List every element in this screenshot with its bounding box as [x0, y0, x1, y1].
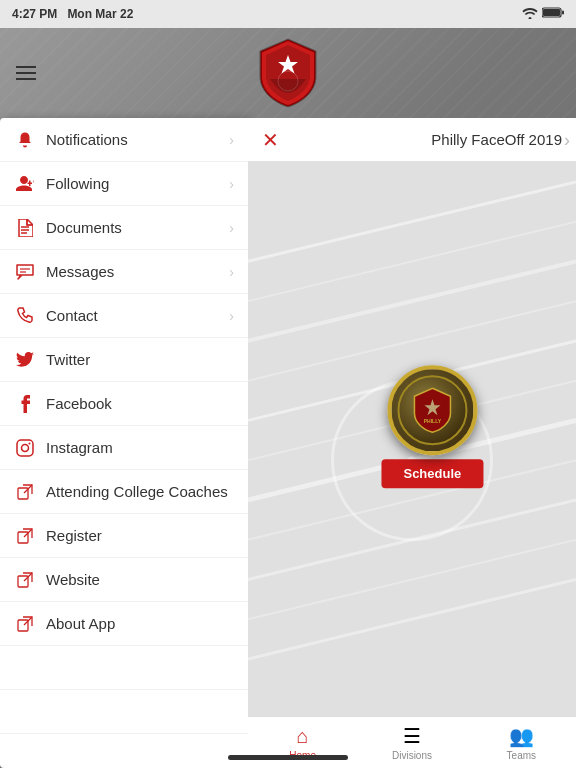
documents-label: Documents [46, 219, 229, 236]
panel-chevron-right: › [564, 129, 570, 150]
external-link-icon-coaches [14, 481, 36, 503]
right-panel: ✕ Philly FaceOff 2019 › [248, 118, 576, 768]
website-label: Website [46, 571, 234, 588]
following-label: Following [46, 175, 229, 192]
register-label: Register [46, 527, 234, 544]
facebook-icon [14, 393, 36, 415]
twitter-icon [14, 349, 36, 371]
drawer-empty-3 [0, 734, 248, 768]
person-plus-icon [14, 173, 36, 195]
panel-title: Philly FaceOff 2019 [289, 131, 562, 148]
drawer-item-instagram[interactable]: Instagram [0, 426, 248, 470]
svg-point-8 [22, 444, 29, 451]
attending-college-coaches-label: Attending College Coaches [46, 483, 234, 500]
tab-home[interactable]: ⌂ Home [248, 717, 357, 768]
divisions-tab-label: Divisions [392, 750, 432, 761]
home-indicator [228, 755, 348, 760]
emblem-inner: PHILLY [397, 375, 467, 445]
status-bar: 4:27 PM Mon Mar 22 [0, 0, 576, 28]
following-chevron: › [229, 176, 234, 192]
divisions-icon: ☰ [403, 724, 421, 748]
emblem-shield-icon: PHILLY [412, 387, 452, 433]
drawer-item-twitter[interactable]: Twitter [0, 338, 248, 382]
phone-icon [14, 305, 36, 327]
drawer-item-contact[interactable]: Contact › [0, 294, 248, 338]
tournament-emblem: PHILLY [387, 365, 477, 455]
about-app-label: About App [46, 615, 234, 632]
panel-body: PHILLY Schedule [248, 162, 576, 716]
contact-label: Contact [46, 307, 229, 324]
app-logo [256, 37, 320, 109]
drawer-item-attending-college-coaches[interactable]: Attending College Coaches [0, 470, 248, 514]
drawer-item-following[interactable]: Following › [0, 162, 248, 206]
hamburger-button[interactable] [16, 66, 36, 80]
external-link-icon-website [14, 569, 36, 591]
header-bar [0, 28, 576, 118]
message-icon [14, 261, 36, 283]
tab-teams[interactable]: 👥 Teams [467, 717, 576, 768]
document-icon [14, 217, 36, 239]
tab-divisions[interactable]: ☰ Divisions [357, 717, 466, 768]
tournament-logo: PHILLY Schedule [381, 365, 483, 488]
drawer-item-notifications[interactable]: Notifications › [0, 118, 248, 162]
drawer-empty-1 [0, 646, 248, 690]
tab-bar: ⌂ Home ☰ Divisions 👥 Teams [248, 716, 576, 768]
external-link-icon-about [14, 613, 36, 635]
svg-rect-2 [562, 11, 564, 15]
drawer-menu: Notifications › Following › Documents › … [0, 118, 248, 768]
instagram-icon [14, 437, 36, 459]
documents-chevron: › [229, 220, 234, 236]
svg-rect-7 [17, 440, 33, 456]
schedule-button[interactable]: Schedule [381, 459, 483, 488]
home-icon: ⌂ [297, 725, 309, 748]
teams-icon: 👥 [509, 724, 534, 748]
drawer-empty-2 [0, 690, 248, 734]
drawer-item-messages[interactable]: Messages › [0, 250, 248, 294]
close-button[interactable]: ✕ [262, 128, 279, 152]
battery-icon [542, 7, 564, 21]
wifi-icon [522, 7, 538, 22]
instagram-label: Instagram [46, 439, 234, 456]
drawer-item-about-app[interactable]: About App [0, 602, 248, 646]
twitter-label: Twitter [46, 351, 234, 368]
status-time: 4:27 PM Mon Mar 22 [12, 7, 133, 21]
teams-tab-label: Teams [507, 750, 536, 761]
external-link-icon-register [14, 525, 36, 547]
svg-rect-1 [543, 9, 560, 16]
drawer-item-documents[interactable]: Documents › [0, 206, 248, 250]
facebook-label: Facebook [46, 395, 234, 412]
status-indicators [522, 7, 564, 22]
messages-chevron: › [229, 264, 234, 280]
contact-chevron: › [229, 308, 234, 324]
drawer-item-facebook[interactable]: Facebook [0, 382, 248, 426]
bell-icon [14, 129, 36, 151]
svg-text:PHILLY: PHILLY [424, 418, 442, 424]
notifications-label: Notifications [46, 131, 229, 148]
notifications-chevron: › [229, 132, 234, 148]
svg-point-9 [29, 442, 31, 444]
main-area: Notifications › Following › Documents › … [0, 118, 576, 768]
messages-label: Messages [46, 263, 229, 280]
drawer-item-website[interactable]: Website [0, 558, 248, 602]
drawer-item-register[interactable]: Register [0, 514, 248, 558]
right-panel-header: ✕ Philly FaceOff 2019 › [248, 118, 576, 162]
